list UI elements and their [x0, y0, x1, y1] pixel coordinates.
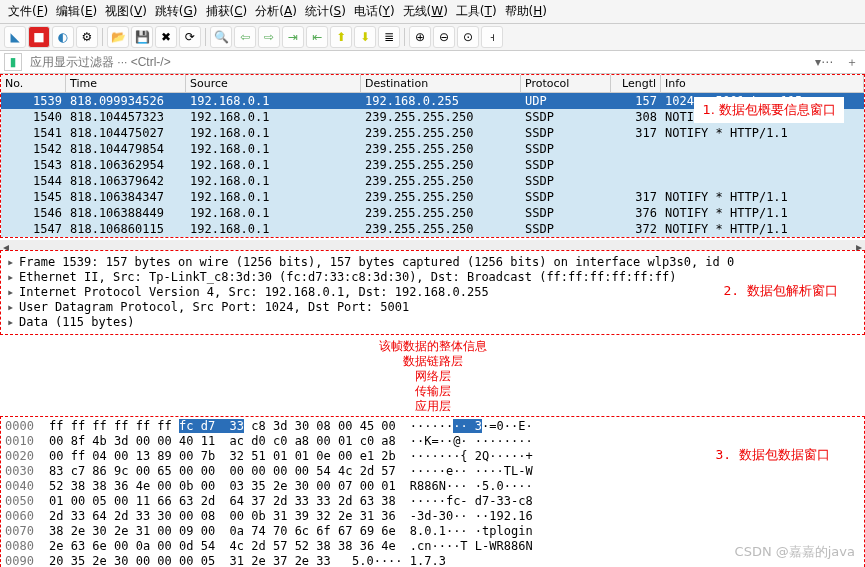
autoscroll-button[interactable]: ≣ — [378, 26, 400, 48]
menu-item[interactable]: 跳转(G) — [153, 2, 200, 21]
zoom-out-button[interactable]: ⊖ — [433, 26, 455, 48]
tree-item[interactable]: ▸Frame 1539: 157 bytes on wire (1256 bit… — [7, 255, 858, 270]
table-row[interactable]: 1547818.106860115192.168.0.1239.255.255.… — [1, 221, 864, 237]
col-no[interactable]: No. — [1, 75, 66, 92]
table-row[interactable]: 1543818.106362954192.168.0.1239.255.255.… — [1, 157, 864, 173]
tree-item[interactable]: ▸Data (115 bytes) — [7, 315, 858, 330]
menu-item[interactable]: 分析(A) — [253, 2, 299, 21]
table-row[interactable]: 1542818.104479854192.168.0.1239.255.255.… — [1, 141, 864, 157]
down-button[interactable]: ⬇ — [354, 26, 376, 48]
col-time[interactable]: Time — [66, 75, 186, 92]
packet-details-pane: ▸Frame 1539: 157 bytes on wire (1256 bit… — [0, 250, 865, 335]
options-button[interactable]: ⚙ — [76, 26, 98, 48]
annotation-1: 1. 数据包概要信息窗口 — [694, 97, 844, 123]
menubar: 文件(F)编辑(E)视图(V)跳转(G)捕获(C)分析(A)统计(S)电话(Y)… — [0, 0, 865, 24]
layer-label: 网络层 — [0, 369, 865, 384]
hex-row[interactable]: 0000ff ff ff ff ff ff fc d7 33 c8 3d 30 … — [5, 419, 860, 434]
hex-row[interactable]: 004052 38 38 36 4e 00 0b 00 03 35 2e 30 … — [5, 479, 860, 494]
zoom-reset-button[interactable]: ⊙ — [457, 26, 479, 48]
col-info[interactable]: Info — [661, 75, 864, 92]
expand-icon[interactable]: ▸ — [7, 255, 19, 270]
menu-item[interactable]: 电话(Y) — [352, 2, 397, 21]
menu-item[interactable]: 视图(V) — [103, 2, 149, 21]
menu-item[interactable]: 捕获(C) — [204, 2, 250, 21]
table-row[interactable]: 1544818.106379642192.168.0.1239.255.255.… — [1, 173, 864, 189]
annotation-2: 2. 数据包解析窗口 — [718, 281, 844, 300]
menu-item[interactable]: 编辑(E) — [54, 2, 99, 21]
reload-button[interactable]: ⟳ — [179, 26, 201, 48]
hex-row[interactable]: 005001 00 05 00 11 66 63 2d 64 37 2d 33 … — [5, 494, 860, 509]
hex-row[interactable]: 00602d 33 64 2d 33 30 00 08 00 0b 31 39 … — [5, 509, 860, 524]
menu-item[interactable]: 文件(F) — [6, 2, 50, 21]
expand-icon[interactable]: ▸ — [7, 300, 19, 315]
hex-row[interactable]: 007038 2e 30 2e 31 00 09 00 0a 74 70 6c … — [5, 524, 860, 539]
close-button[interactable]: ✖ — [155, 26, 177, 48]
layer-labels: 该帧数据的整体信息数据链路层网络层传输层应用层 — [0, 337, 865, 416]
zoom-in-button[interactable]: ⊕ — [409, 26, 431, 48]
shark-fin-icon[interactable]: ◣ — [4, 26, 26, 48]
hscroll[interactable]: ◂▸ — [0, 240, 865, 250]
table-row[interactable]: 1546818.106388449192.168.0.1239.255.255.… — [1, 205, 864, 221]
filter-add-button[interactable]: ＋ — [843, 54, 861, 71]
open-button[interactable]: 📂 — [107, 26, 129, 48]
menu-item[interactable]: 统计(S) — [303, 2, 348, 21]
annotation-3: 3. 数据包数据窗口 — [710, 445, 836, 464]
col-protocol[interactable]: Protocol — [521, 75, 611, 92]
expand-icon[interactable]: ▸ — [7, 285, 19, 300]
first-button[interactable]: ⇤ — [306, 26, 328, 48]
menu-item[interactable]: 帮助(H) — [503, 2, 549, 21]
stop-capture-button[interactable]: ■ — [28, 26, 50, 48]
layer-label: 数据链路层 — [0, 354, 865, 369]
save-button[interactable]: 💾 — [131, 26, 153, 48]
tree-item[interactable]: ▸User Datagram Protocol, Src Port: 1024,… — [7, 300, 858, 315]
menu-item[interactable]: 工具(T) — [454, 2, 499, 21]
bookmark-icon[interactable]: ▮ — [4, 53, 22, 71]
table-row[interactable]: 1545818.106384347192.168.0.1239.255.255.… — [1, 189, 864, 205]
up-button[interactable]: ⬆ — [330, 26, 352, 48]
col-destination[interactable]: Destination — [361, 75, 521, 92]
watermark: CSDN @嘉嘉的java — [735, 543, 855, 561]
hex-row[interactable]: 00802e 63 6e 00 0a 00 0d 54 4c 2d 57 52 … — [5, 539, 860, 554]
filter-dropdown-button[interactable]: ▾⋯ — [809, 55, 839, 69]
restart-capture-button[interactable]: ◐ — [52, 26, 74, 48]
expand-icon[interactable]: ▸ — [7, 315, 19, 330]
resize-cols-button[interactable]: ⫞ — [481, 26, 503, 48]
hex-row[interactable]: 003083 c7 86 9c 00 65 00 00 00 00 00 00 … — [5, 464, 860, 479]
main-toolbar: ◣ ■ ◐ ⚙ 📂 💾 ✖ ⟳ 🔍 ⇦ ⇨ ⇥ ⇤ ⬆ ⬇ ≣ ⊕ ⊖ ⊙ ⫞ — [0, 24, 865, 51]
filter-bar: ▮ ▾⋯ ＋ — [0, 51, 865, 74]
table-row[interactable]: 1541818.104475027192.168.0.1239.255.255.… — [1, 125, 864, 141]
next-button[interactable]: ⇨ — [258, 26, 280, 48]
jump-button[interactable]: ⇥ — [282, 26, 304, 48]
packet-list-pane: No. Time Source Destination Protocol Len… — [0, 74, 865, 238]
layer-label: 应用层 — [0, 399, 865, 414]
layer-label: 传输层 — [0, 384, 865, 399]
hex-row[interactable]: 009020 35 2e 30 00 00 00 05 31 2e 37 2e … — [5, 554, 860, 567]
col-length[interactable]: Lengtl — [611, 75, 661, 92]
layer-label: 该帧数据的整体信息 — [0, 339, 865, 354]
packet-list-header: No. Time Source Destination Protocol Len… — [1, 75, 864, 93]
col-source[interactable]: Source — [186, 75, 361, 92]
expand-icon[interactable]: ▸ — [7, 270, 19, 285]
prev-button[interactable]: ⇦ — [234, 26, 256, 48]
find-button[interactable]: 🔍 — [210, 26, 232, 48]
menu-item[interactable]: 无线(W) — [401, 2, 450, 21]
filter-input[interactable] — [26, 53, 805, 71]
